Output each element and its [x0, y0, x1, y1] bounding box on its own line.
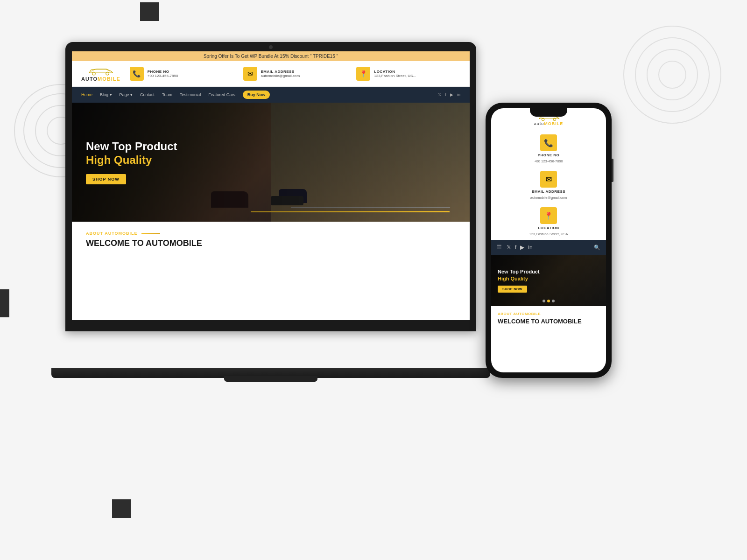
bg-square-4: [0, 289, 9, 317]
bg-square-1: [140, 2, 159, 21]
laptop-logo-text: autoMOBILE: [81, 76, 120, 82]
phone-email-value: automobile@gmail.com: [530, 196, 567, 200]
linkedin-icon[interactable]: in: [457, 92, 460, 97]
svg-point-1: [106, 72, 109, 75]
phone-nav-social: 𝕏 f ▶ in: [507, 244, 533, 251]
site-banner: Spring Offer Is To Get WP Bundle At 15% …: [72, 51, 470, 61]
nav-social-links: 𝕏 f ▶ in: [438, 92, 460, 97]
phone-menu-icon[interactable]: ☰: [497, 244, 502, 251]
phone-hero: New Top Product High Quality SHOP NOW: [491, 255, 606, 306]
laptop-base: [51, 368, 490, 378]
hero-shop-button[interactable]: SHOP NOW: [86, 174, 126, 184]
circle-group-bottom-left: [47, 485, 140, 560]
phone-hero-line2: High Quality: [498, 275, 540, 282]
phone-phone-icon: 📞: [540, 134, 557, 151]
phone-hero-quality: Quality: [511, 276, 528, 281]
logo-auto: auto: [81, 76, 98, 82]
phone-outer: autoMOBILE 📞 PHONE NO +00 123-456-7890 ✉…: [486, 103, 612, 378]
svg-point-3: [553, 118, 556, 121]
svg-point-0: [92, 72, 96, 75]
location-value: 123,Fashion Street, US...: [374, 74, 416, 78]
email-icon: ✉: [243, 67, 257, 81]
hero-title-line2: High Quality: [86, 154, 177, 167]
phone-value: +00 123-456-7890: [148, 74, 178, 78]
phone-facebook-icon[interactable]: f: [515, 244, 516, 251]
site-hero: New Top Product High Quality SHOP NOW: [72, 103, 470, 222]
phone-hero-line1: New Top Product: [498, 268, 540, 275]
phone-mockup: autoMOBILE 📞 PHONE NO +00 123-456-7890 ✉…: [486, 103, 612, 392]
phone-icon: 📞: [130, 67, 144, 81]
nav-item-team[interactable]: Team: [162, 92, 172, 97]
phone-notch: [530, 108, 567, 117]
youtube-icon[interactable]: ▶: [450, 92, 453, 97]
phone-contact-phone: 📞 PHONE NO +00 123-456-7890: [491, 131, 606, 167]
nav-item-home[interactable]: Home: [81, 92, 92, 97]
phone-screen: autoMOBILE 📞 PHONE NO +00 123-456-7890 ✉…: [491, 108, 606, 372]
laptop-mockup: Spring Offer Is To Get WP Bundle At 15% …: [65, 42, 486, 378]
laptop-outer: Spring Offer Is To Get WP Bundle At 15% …: [65, 42, 476, 331]
banner-text: Spring Offer Is To Get WP Bundle At 15% …: [204, 54, 338, 59]
circle-group-right: [621, 23, 724, 126]
phone-location-icon: 📍: [540, 207, 557, 224]
phone-about-section: ABOUT AUTOMOBILE WELCOME TO AUTOMOBILE: [491, 306, 606, 331]
phone-label: PHONE NO: [148, 70, 178, 74]
phone-about-label: ABOUT AUTOMOBILE: [498, 312, 599, 316]
email-value: automobile@gmail.com: [261, 74, 300, 78]
site-nav: Home Blog ▾ Page ▾ Contact Team Testimon…: [72, 87, 470, 103]
phone-contact-info: PHONE NO +00 123-456-7890: [148, 70, 178, 78]
hero-dot-3: [552, 300, 555, 302]
nav-item-featured-cars[interactable]: Featured Cars: [208, 92, 235, 97]
nav-item-contact[interactable]: Contact: [140, 92, 155, 97]
nav-buy-button[interactable]: Buy Now: [243, 91, 270, 99]
laptop-camera: [269, 45, 273, 49]
circle-group-bottom-right: [560, 467, 663, 560]
hero-content: New Top Product High Quality SHOP NOW: [72, 140, 191, 185]
nav-item-page[interactable]: Page ▾: [120, 92, 133, 97]
twitter-icon[interactable]: 𝕏: [438, 92, 441, 97]
phone-youtube-icon[interactable]: ▶: [520, 244, 524, 251]
phone-search-icon[interactable]: 🔍: [594, 245, 600, 251]
phone-twitter-icon[interactable]: 𝕏: [507, 244, 511, 251]
laptop-screen: Spring Offer Is To Get WP Bundle At 15% …: [72, 51, 470, 320]
about-label: ABOUT AUTOMOBILE: [86, 231, 456, 236]
hero-dot-1: [543, 300, 545, 302]
nav-item-testimonial[interactable]: Testimonial: [180, 92, 201, 97]
hero-title-line1: New Top Product: [86, 140, 177, 154]
email-contact-info: EMAIL ADDRESS automobile@gmail.com: [261, 70, 300, 78]
laptop-about-section: ABOUT AUTOMOBILE WELCOME TO AUTOMOBILE: [72, 222, 470, 259]
phone-location-label: LOCATION: [538, 226, 559, 230]
site-logo: autoMOBILE: [81, 66, 120, 82]
phone-hero-dots: [543, 300, 555, 302]
logo-mobile: MOBILE: [98, 76, 120, 82]
phone-phone-value: +00 123-456-7890: [534, 159, 563, 163]
phone-hero-shop-button[interactable]: SHOP NOW: [498, 286, 527, 293]
phone-side-button: [612, 159, 613, 182]
phone-email-icon: ✉: [540, 171, 557, 188]
logo-car-icon: [85, 66, 116, 76]
hero-high-text: High: [86, 154, 114, 166]
phone-hero-high: High: [498, 276, 511, 281]
phone-email-label: EMAIL ADDRESS: [532, 189, 565, 194]
hero-quality-text: Quality: [114, 154, 152, 166]
laptop-foot: [224, 376, 317, 382]
phone-contact-location: 📍 LOCATION 123,Fashion Street, USA: [491, 203, 606, 240]
phone-logo-mobile: MOBILE: [544, 121, 563, 126]
location-contact-info: LOCATION 123,Fashion Street, US...: [374, 70, 416, 78]
svg-point-2: [542, 118, 544, 121]
location-label: LOCATION: [374, 70, 416, 74]
nav-item-blog[interactable]: Blog ▾: [100, 92, 112, 97]
phone-phone-label: PHONE NO: [538, 153, 560, 157]
facebook-icon[interactable]: f: [445, 92, 446, 97]
phone-logo-auto: auto: [534, 121, 544, 126]
phone-contact-email: ✉ EMAIL ADDRESS automobile@gmail.com: [491, 167, 606, 203]
phone-linkedin-icon[interactable]: in: [528, 244, 532, 251]
phone-nav-bar: ☰ 𝕏 f ▶ in 🔍: [491, 240, 606, 255]
site-header: autoMOBILE 📞 PHONE NO +00 123-456-7890 ✉…: [72, 61, 470, 87]
about-label-text: ABOUT AUTOMOBILE: [86, 231, 138, 236]
hero-dot-2: [547, 300, 550, 302]
about-divider-line: [141, 233, 160, 234]
phone-logo-text: autoMOBILE: [534, 121, 564, 126]
phone-contact-item: 📞 PHONE NO +00 123-456-7890: [130, 67, 234, 81]
email-label: EMAIL ADDRESS: [261, 70, 300, 74]
location-icon: 📍: [356, 67, 370, 81]
